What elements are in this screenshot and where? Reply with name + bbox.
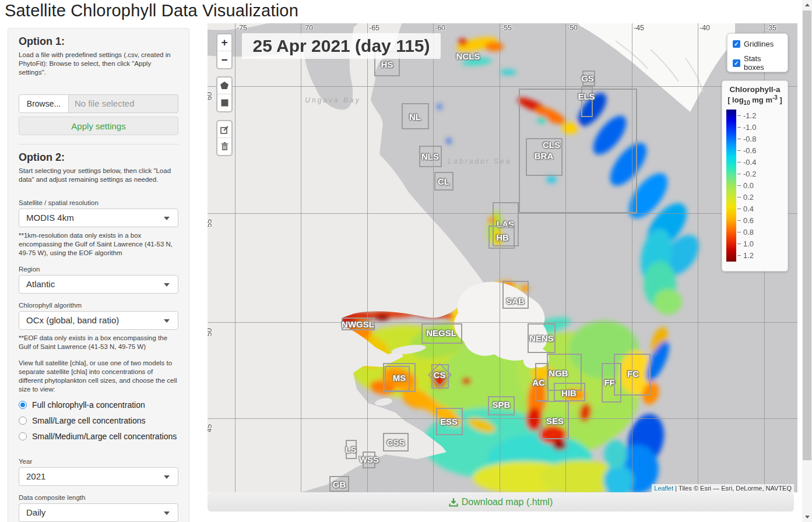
stat-box[interactable] — [385, 366, 410, 392]
lon-label: -70 — [303, 24, 313, 32]
algorithm-note: **EOF data only exists in a box encompas… — [19, 334, 178, 351]
satellite-select[interactable]: MODIS 4km — [19, 209, 178, 227]
cell-model-radio-2[interactable]: Small/Medium/Large cell concentrations — [19, 432, 178, 441]
stat-box-label-ac: AC — [532, 378, 545, 387]
map-canvas — [208, 23, 797, 492]
scroll-up-arrow-icon[interactable] — [802, 0, 812, 10]
radio-icon — [19, 432, 27, 440]
algorithm-select[interactable]: OCx (global, band ratio) — [19, 311, 178, 330]
region-value: Atlantic — [26, 279, 55, 289]
stat-box-label-negsl: NEGSL — [426, 328, 456, 338]
place-label: Ungava Bay — [305, 96, 360, 104]
colorbar-tick — [737, 162, 741, 163]
lon-label: -40 — [699, 24, 710, 32]
colorbar-tick — [737, 185, 741, 186]
year-select[interactable]: 2021 — [19, 467, 178, 486]
composite-label: Data composite length — [19, 494, 178, 501]
edit-shape-button[interactable] — [217, 121, 231, 138]
scroll-down-arrow-icon[interactable] — [802, 512, 812, 522]
settings-sidebar: Option 1: Load a file with predefined se… — [8, 28, 189, 522]
stat-box-label-fc: FC — [627, 369, 639, 379]
colorbar-gradient — [726, 110, 736, 262]
lat-gridline — [208, 322, 797, 323]
lat-label: 55 — [208, 219, 213, 227]
year-value: 2021 — [26, 471, 45, 481]
draw-polygon-button[interactable] — [217, 77, 231, 94]
gridlines-checkbox-label: Gridlines — [744, 40, 774, 48]
stat-box-label-css: CSS — [387, 438, 405, 447]
download-map-button[interactable]: Download map (.html) — [208, 492, 794, 512]
draw-rectangle-button[interactable] — [217, 94, 231, 111]
lon-gridline — [500, 23, 500, 492]
checkbox-checked-icon: ✓ — [733, 40, 740, 48]
radio-label: Small/Medium/Large cell concentrations — [32, 432, 177, 441]
colorbar-tick — [737, 244, 741, 244]
map-date-title: 25 Apr 2021 (day 115) — [242, 33, 441, 59]
stat-box-label-ls: LS — [345, 445, 356, 454]
chevron-down-icon — [164, 512, 170, 515]
leaflet-link[interactable]: Leaflet — [654, 485, 673, 492]
lon-gridline — [367, 23, 368, 492]
lon-gridline — [698, 23, 698, 492]
gridlines-checkbox[interactable]: ✓ Gridlines — [733, 40, 782, 48]
map[interactable]: -75-70-65-60-55-50-45-40-3560555045 Unga… — [208, 23, 797, 492]
region-label: Region — [19, 266, 178, 273]
colorbar-tick — [737, 139, 741, 139]
colorbar-tick — [737, 255, 741, 256]
edit-controls — [216, 120, 233, 156]
lon-label: -55 — [501, 24, 512, 32]
lat-label: 60 — [208, 92, 213, 100]
lon-label: -75 — [237, 24, 247, 32]
satellite-note: **1km-resolution data only exists in a b… — [19, 231, 178, 258]
cell-model-radio-0[interactable]: Full chlorophyll-a concentration — [19, 400, 178, 410]
colorbar-tick-label: 0.8 — [743, 228, 754, 237]
colorbar-tick-label: -0.6 — [743, 146, 756, 155]
radio-icon — [19, 401, 27, 409]
lat-gridline — [208, 86, 797, 87]
stat-box-label-nls: NLS — [421, 151, 439, 161]
browse-button[interactable]: Browse... — [19, 94, 69, 113]
stat-box-label-ngb: NGB — [549, 368, 568, 378]
colorbar-tick — [737, 209, 741, 209]
polygon-icon — [220, 82, 229, 90]
composite-select[interactable]: Daily — [19, 503, 178, 522]
colorbar-title: Chlorophyll-a — [722, 85, 788, 94]
option2-heading: Option 2: — [19, 151, 178, 164]
satellite-label: Satellite / spatial resolution — [19, 199, 178, 206]
colorbar-tick-label: -0.2 — [743, 170, 756, 178]
zoom-in-button[interactable]: + — [217, 34, 231, 51]
file-name-field[interactable]: No file selected — [69, 94, 178, 113]
colorbar-tick — [737, 115, 741, 116]
lon-label: -45 — [634, 24, 644, 32]
algorithm-label: Chlorophyll algorithm — [19, 302, 178, 309]
colorbar-tick-label: 0.0 — [743, 181, 754, 190]
layers-panel: ✓ Gridlines ✓ Stats boxes — [727, 33, 788, 72]
lon-label: -65 — [369, 24, 379, 32]
scrollbar-thumb[interactable] — [803, 10, 811, 460]
stat-box-label-wss: WSS — [359, 454, 379, 464]
colorbar-tick — [737, 127, 741, 128]
colorbar-tick — [737, 174, 741, 174]
option1-heading: Option 1: — [19, 36, 178, 48]
delete-shape-button[interactable] — [217, 138, 231, 155]
stat-box-label-hb: HB — [496, 232, 509, 242]
divider — [19, 144, 178, 144]
page-scrollbar[interactable] — [802, 0, 812, 522]
apply-settings-button[interactable]: Apply settings — [19, 117, 178, 135]
stat-box-label-ess: ESS — [440, 417, 458, 426]
colorbar-tick-label: 0.2 — [743, 193, 754, 202]
page-title: Satellite Chlorophyll Data Visualization — [5, 1, 298, 20]
zoom-out-button[interactable]: − — [217, 51, 231, 68]
stats-boxes-checkbox[interactable]: ✓ Stats boxes — [733, 54, 782, 72]
radio-label: Full chlorophyll-a concentration — [32, 400, 145, 410]
satellite-value: MODIS 4km — [26, 213, 74, 223]
stat-box-label-nl: NL — [409, 112, 421, 122]
colorbar-units: [ log10 mg m-3 ] — [722, 94, 788, 106]
stat-box-label-sab: SAB — [506, 296, 525, 306]
cell-model-radio-1[interactable]: Small/Large cell concentrations — [19, 416, 178, 425]
edit-icon — [220, 125, 229, 134]
stat-box-label-hs: HS — [381, 59, 393, 69]
region-select[interactable]: Atlantic — [19, 275, 178, 294]
lon-gridline — [235, 23, 235, 492]
colorbar-tick-label: -0.4 — [743, 158, 756, 167]
